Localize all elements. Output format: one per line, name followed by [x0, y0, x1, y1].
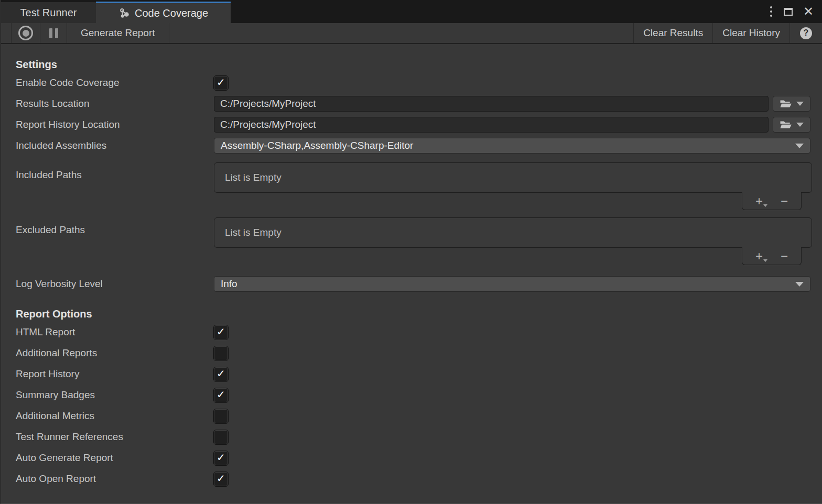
chevron-down-icon	[796, 102, 804, 106]
code-coverage-icon	[118, 7, 130, 19]
toolbar-spacer	[1, 23, 12, 43]
excluded-paths-list: List is Empty + −	[214, 217, 812, 265]
results-location-browse-button[interactable]	[773, 96, 810, 112]
included-assemblies-row: Included Assemblies Assembly-CSharp,Asse…	[16, 135, 810, 156]
toolbar-right: Clear Results Clear History ?	[633, 23, 822, 43]
clear-history-label: Clear History	[722, 27, 780, 39]
check-icon: ✓	[217, 76, 225, 89]
html-report-row: HTML Report ✓	[16, 322, 810, 343]
generate-report-label: Generate Report	[81, 27, 155, 39]
included-paths-empty: List is Empty	[214, 162, 812, 193]
add-caret-icon	[763, 259, 767, 262]
log-verbosity-value: Info	[221, 278, 237, 290]
html-report-checkbox[interactable]: ✓	[214, 325, 228, 339]
included-paths-list: List is Empty + −	[214, 162, 812, 210]
check-icon: ✓	[217, 451, 225, 464]
results-location-label: Results Location	[16, 98, 214, 109]
folder-open-icon	[780, 99, 792, 108]
help-button[interactable]: ?	[789, 23, 822, 43]
results-location-input[interactable]	[214, 96, 769, 112]
included-paths-footer: + −	[742, 192, 802, 210]
clear-history-button[interactable]: Clear History	[712, 23, 789, 43]
included-paths-label: Included Paths	[16, 162, 214, 181]
auto-generate-report-checkbox[interactable]: ✓	[214, 451, 228, 465]
option-label: HTML Report	[16, 326, 214, 338]
excluded-paths-label: Excluded Paths	[16, 217, 214, 236]
test-runner-references-row: Test Runner References ✓	[16, 426, 810, 447]
clear-results-button[interactable]: Clear Results	[633, 23, 712, 43]
summary-badges-row: Summary Badges ✓	[16, 385, 810, 406]
clear-results-label: Clear Results	[643, 27, 703, 39]
tab-bar: Test Runner Code Coverage ✕	[1, 0, 822, 23]
check-icon: ✓	[217, 472, 225, 485]
generate-report-button[interactable]: Generate Report	[67, 23, 169, 43]
included-assemblies-label: Included Assemblies	[16, 140, 214, 151]
log-verbosity-dropdown[interactable]: Info	[214, 276, 810, 292]
additional-reports-row: Additional Reports ✓	[16, 343, 810, 364]
pause-button[interactable]	[40, 23, 67, 43]
toolbar: Generate Report Clear Results Clear Hist…	[1, 23, 822, 44]
remove-path-button[interactable]: −	[777, 250, 791, 262]
tab-code-coverage[interactable]: Code Coverage	[96, 2, 231, 23]
additional-metrics-checkbox[interactable]: ✓	[214, 409, 228, 423]
menu-kebab-icon[interactable]	[769, 5, 773, 18]
excluded-paths-empty: List is Empty	[214, 217, 812, 248]
add-caret-icon	[763, 204, 767, 207]
auto-generate-report-row: Auto Generate Report ✓	[16, 447, 810, 468]
option-label: Report History	[16, 368, 214, 380]
tab-code-coverage-label: Code Coverage	[135, 7, 208, 19]
additional-metrics-row: Additional Metrics ✓	[16, 406, 810, 426]
option-label: Auto Open Report	[16, 473, 214, 485]
tab-test-runner[interactable]: Test Runner	[1, 2, 96, 23]
enable-code-coverage-row: Enable Code Coverage ✓	[16, 72, 810, 93]
log-verbosity-label: Log Verbosity Level	[16, 278, 214, 290]
option-label: Test Runner References	[16, 431, 214, 443]
plus-icon: +	[755, 194, 763, 208]
record-button[interactable]	[12, 23, 40, 43]
option-label: Auto Generate Report	[16, 452, 214, 464]
check-icon: ✓	[217, 388, 225, 401]
chevron-down-icon	[795, 282, 804, 287]
option-label: Additional Reports	[16, 347, 214, 359]
code-coverage-window: Test Runner Code Coverage ✕	[0, 0, 822, 504]
record-icon	[18, 26, 33, 40]
option-label: Additional Metrics	[16, 410, 214, 422]
report-history-checkbox[interactable]: ✓	[214, 367, 228, 381]
list-empty-text: List is Empty	[225, 172, 282, 183]
list-empty-text: List is Empty	[225, 227, 282, 238]
chevron-down-icon	[796, 123, 804, 127]
settings-header: Settings	[16, 57, 810, 72]
report-history-location-row: Report History Location	[16, 114, 810, 135]
auto-open-report-checkbox[interactable]: ✓	[214, 472, 228, 486]
option-label: Summary Badges	[16, 389, 214, 401]
report-history-row: Report History ✓	[16, 364, 810, 385]
results-location-row: Results Location	[16, 93, 810, 114]
report-history-location-browse-button[interactable]	[773, 117, 810, 133]
pause-icon	[49, 28, 58, 38]
report-history-location-input[interactable]	[214, 117, 769, 133]
add-path-button[interactable]: +	[752, 250, 766, 262]
summary-badges-checkbox[interactable]: ✓	[214, 388, 228, 402]
close-icon[interactable]: ✕	[803, 5, 814, 18]
auto-open-report-row: Auto Open Report ✓	[16, 468, 810, 489]
included-paths-row: Included Paths List is Empty + −	[16, 162, 810, 210]
excluded-paths-row: Excluded Paths List is Empty + −	[16, 217, 810, 265]
check-icon: ✓	[217, 367, 225, 380]
maximize-icon[interactable]	[784, 8, 793, 16]
test-runner-references-checkbox[interactable]: ✓	[214, 430, 228, 444]
log-verbosity-row: Log Verbosity Level Info	[16, 273, 810, 294]
folder-open-icon	[780, 120, 792, 129]
enable-code-coverage-label: Enable Code Coverage	[16, 77, 214, 89]
tab-test-runner-label: Test Runner	[20, 7, 77, 19]
enable-code-coverage-checkbox[interactable]: ✓	[214, 76, 228, 90]
included-assemblies-value: Assembly-CSharp,Assembly-CSharp-Editor	[221, 140, 413, 151]
add-path-button[interactable]: +	[752, 195, 766, 207]
chevron-down-icon	[795, 144, 804, 148]
settings-panel: Settings Enable Code Coverage ✓ Results …	[1, 57, 822, 489]
help-icon: ?	[800, 27, 812, 39]
check-icon: ✓	[217, 325, 225, 338]
included-assemblies-dropdown[interactable]: Assembly-CSharp,Assembly-CSharp-Editor	[214, 138, 810, 154]
additional-reports-checkbox[interactable]: ✓	[214, 346, 228, 360]
remove-path-button[interactable]: −	[777, 195, 791, 207]
excluded-paths-footer: + −	[742, 247, 802, 265]
